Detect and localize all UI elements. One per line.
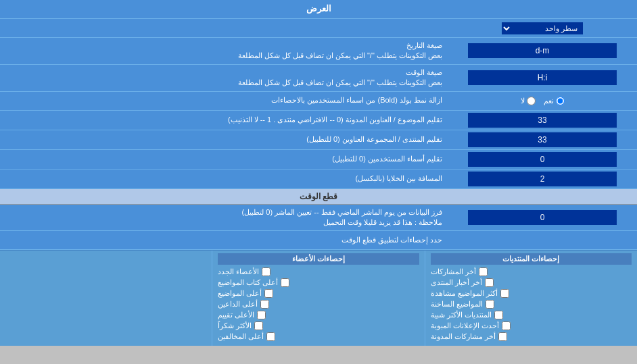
checkbox-col1-5[interactable] bbox=[502, 321, 511, 330]
checkbox-item-col1-6: أخر مشاركات المدونة bbox=[431, 332, 632, 341]
topics-order-row: تقليم الموضوع / العناوين المدونة (0 -- ا… bbox=[0, 111, 637, 130]
time-format-input-area bbox=[448, 68, 637, 87]
checkbox-item-col2-0: الأعضاء الجدد bbox=[218, 267, 419, 276]
topics-order-input-area bbox=[448, 111, 637, 130]
col-divider bbox=[425, 251, 425, 346]
title-row: العرض bbox=[0, 0, 637, 19]
checkbox-col1-0[interactable] bbox=[479, 267, 488, 276]
checkbox-col2-0[interactable] bbox=[262, 267, 270, 276]
checkbox-item-col1-4: المنتديات الأكثر شبية bbox=[431, 311, 632, 319]
gap-input-area bbox=[448, 170, 637, 188]
bold-remove-input-area: نعم لا bbox=[448, 93, 637, 109]
checkbox-item-col2-4: الأعلى تقييم bbox=[218, 311, 419, 319]
display-mode-row: سطر واحد display-mode bbox=[0, 19, 637, 38]
checkbox-col2-3[interactable] bbox=[260, 300, 269, 309]
forum-order-row: تقليم المنتدى / المجموعة العناوين (0 للت… bbox=[0, 130, 637, 150]
checkbox-col1-4[interactable] bbox=[494, 311, 503, 319]
checkbox-item-col1-1: أخر أخبار المنتدى bbox=[431, 278, 632, 287]
limit-row: حدد إحصاءات لتطبيق قطع الوقت bbox=[0, 231, 637, 250]
bold-remove-row: نعم لا ازالة نمط بولد (Bold) من اسماء ال… bbox=[0, 92, 637, 111]
checkbox-item-col2-6: أعلى المخالفين bbox=[218, 332, 419, 341]
bold-remove-label: ازالة نمط بولد (Bold) من اسماء المستخدمي… bbox=[0, 93, 448, 108]
display-mode-input-area: سطر واحد bbox=[448, 20, 637, 36]
time-format-label: صيغة الوقت بعض التكوينات يتطلب "/" التي … bbox=[0, 65, 448, 91]
cutoff-value-label: فرز البيانات من يوم الماشر الماضي فقط --… bbox=[0, 205, 448, 231]
topics-order-label: تقليم الموضوع / العناوين المدونة (0 -- ا… bbox=[0, 112, 448, 128]
usernames-trim-row: تقليم أسماء المستخدمين (0 للتطبيل) bbox=[0, 150, 637, 170]
topics-order-input[interactable] bbox=[468, 113, 617, 128]
col-divider2 bbox=[212, 251, 212, 346]
checkbox-item-col1-5: أحدث الإعلانات المبوبة bbox=[431, 321, 632, 330]
col2-section: إحصاءات الأعضاء الأعضاء الجدد أعلى كتاب … bbox=[212, 251, 424, 346]
bold-no-radio[interactable] bbox=[527, 97, 536, 105]
checkbox-col2-6[interactable] bbox=[266, 332, 275, 341]
checkbox-col2-1[interactable] bbox=[281, 278, 289, 287]
checkbox-col1-1[interactable] bbox=[485, 278, 494, 287]
checkbox-col2-5[interactable] bbox=[254, 321, 263, 330]
display-mode-text bbox=[0, 26, 448, 31]
cutoff-value-input[interactable] bbox=[468, 210, 617, 225]
checkbox-item-col1-2: أكثر المواضيع مشاهدة bbox=[431, 289, 632, 298]
checkbox-col2-2[interactable] bbox=[264, 289, 273, 298]
bold-yes-label[interactable]: نعم bbox=[544, 97, 565, 105]
forum-order-input-area bbox=[448, 130, 637, 149]
checkbox-item-col2-5: الأكثر شكراً bbox=[218, 321, 419, 330]
col1-section: إحصاءات المنتديات أخر المشاركات أخر أخبا… bbox=[425, 251, 637, 346]
forum-order-label: تقليم المنتدى / المجموعة العناوين (0 للت… bbox=[0, 132, 448, 147]
col1-title: إحصاءات المنتديات bbox=[431, 253, 632, 265]
date-format-input[interactable] bbox=[468, 43, 617, 58]
col2-title: إحصاءات الأعضاء bbox=[218, 253, 419, 265]
bold-radio-group: نعم لا bbox=[517, 95, 569, 107]
checkbox-col1-2[interactable] bbox=[500, 289, 509, 298]
checkbox-item-col2-1: أعلى كتاب المواضيع bbox=[218, 278, 419, 287]
time-format-input[interactable] bbox=[468, 70, 617, 85]
date-format-row: صيغة التاريخ بعض التكوينات يتطلب "/" الت… bbox=[0, 38, 637, 65]
limit-input-area bbox=[448, 238, 637, 242]
bold-no-label[interactable]: لا bbox=[521, 97, 536, 105]
title-label: العرض bbox=[0, 0, 637, 18]
checkbox-item-col2-2: أعلى المواضيع bbox=[218, 289, 419, 298]
gap-input[interactable] bbox=[468, 172, 617, 186]
checkbox-col1-3[interactable] bbox=[486, 300, 494, 309]
gap-label: المسافة بين الخلايا (بالبكسل) bbox=[0, 171, 448, 186]
cutoff-section-header: قطع الوقت bbox=[0, 189, 637, 205]
usernames-trim-label: تقليم أسماء المستخدمين (0 للتطبيل) bbox=[0, 151, 448, 167]
time-format-row: صيغة الوقت بعض التكوينات يتطلب "/" التي … bbox=[0, 65, 637, 92]
cutoff-value-row: فرز البيانات من يوم الماشر الماضي فقط --… bbox=[0, 205, 637, 232]
checkbox-col2-4[interactable] bbox=[257, 311, 266, 319]
bold-yes-radio[interactable] bbox=[556, 97, 565, 105]
date-format-input-area bbox=[448, 41, 637, 60]
usernames-trim-input[interactable] bbox=[468, 152, 617, 167]
forum-order-input[interactable] bbox=[468, 132, 617, 147]
col3-section bbox=[0, 251, 212, 346]
gap-row: المسافة بين الخلايا (بالبكسل) bbox=[0, 170, 637, 189]
display-mode-select[interactable]: سطر واحد bbox=[502, 22, 583, 34]
cutoff-value-input-area bbox=[448, 208, 637, 227]
usernames-trim-input-area bbox=[448, 150, 637, 169]
checkbox-col1-6[interactable] bbox=[498, 332, 507, 341]
date-format-label: صيغة التاريخ بعض التكوينات يتطلب "/" الت… bbox=[0, 38, 448, 64]
main-container: العرض سطر واحد display-mode صيغة التاريخ… bbox=[0, 0, 637, 346]
checkbox-item-col2-3: أعلى الداعين bbox=[218, 300, 419, 309]
checkbox-item-col1-3: المواضيع الساخنة bbox=[431, 300, 632, 309]
checkboxes-area: إحصاءات المنتديات أخر المشاركات أخر أخبا… bbox=[0, 250, 637, 346]
limit-label: حدد إحصاءات لتطبيق قطع الوقت bbox=[0, 233, 448, 247]
checkbox-item-col1-0: أخر المشاركات bbox=[431, 267, 632, 276]
